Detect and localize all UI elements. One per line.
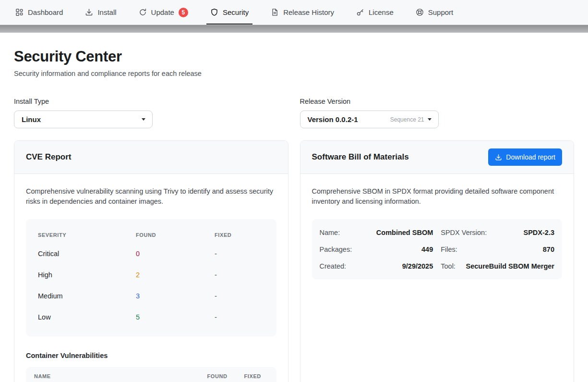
cve-report-body: Comprehensive vulnerability scanning usi… <box>14 174 288 382</box>
fixed-count: - <box>215 271 265 279</box>
found-count: 0 <box>136 250 215 258</box>
download-icon <box>85 8 93 16</box>
severity-name: Critical <box>38 250 136 258</box>
severity-column-header: Severity <box>38 232 136 238</box>
install-type-label: Install Type <box>14 98 288 105</box>
table-row: Low 5 - <box>38 307 265 328</box>
file-text-icon <box>271 8 279 16</box>
table-row: High 2 - <box>38 264 265 285</box>
nav-item-release-history[interactable]: Release History <box>270 0 335 25</box>
nav-item-security[interactable]: Security <box>209 0 250 25</box>
sbom-packages-field: Packages: 449 <box>320 241 433 258</box>
chevron-down-icon <box>428 118 432 121</box>
sbom-name-field: Name: Combined SBOM <box>320 224 433 241</box>
table-row: Created: 9/29/2025 Tool: SecureBuild SBO… <box>320 258 555 274</box>
top-nav: Dashboard Install Update 5 <box>0 0 588 25</box>
page-title: Security Center <box>14 48 574 65</box>
install-type-value: Linux <box>22 115 142 123</box>
table-row: Name: Combined SBOM SPDX Version: SPDX-2… <box>320 224 555 241</box>
shield-icon <box>210 8 218 16</box>
cve-report-description: Comprehensive vulnerability scanning usi… <box>26 186 276 207</box>
field-label: Tool: <box>441 262 456 270</box>
severity-table: Severity Found Fixed Critical 0 - High 2 <box>26 219 276 336</box>
sbom-details: Name: Combined SBOM SPDX Version: SPDX-2… <box>312 219 563 279</box>
cve-report-header: CVE Report <box>14 141 288 174</box>
download-report-label: Download report <box>506 153 555 161</box>
cve-report-title: CVE Report <box>26 152 71 162</box>
refresh-icon <box>139 8 147 16</box>
severity-table-header: Severity Found Fixed <box>38 227 265 243</box>
grid-icon <box>15 8 24 16</box>
nav-item-license[interactable]: License <box>355 0 395 25</box>
table-row: Critical 0 - <box>38 243 265 264</box>
field-label: Created: <box>320 262 347 270</box>
release-version-label: Release Version <box>300 98 575 105</box>
nav-label: License <box>369 8 394 16</box>
name-column-header: Name <box>34 373 207 379</box>
field-value: SPDX-2.3 <box>524 229 554 236</box>
fixed-count: - <box>215 292 265 300</box>
sbom-card: Software Bill of Materials Download repo… <box>300 140 575 382</box>
field-label: Files: <box>441 246 457 253</box>
update-count-badge: 5 <box>179 8 188 17</box>
nav-label: Update <box>151 8 174 16</box>
life-ring-icon <box>416 8 424 16</box>
nav-item-support[interactable]: Support <box>415 0 455 25</box>
download-report-button[interactable]: Download report <box>488 148 562 166</box>
sbom-created-field: Created: 9/29/2025 <box>320 258 433 274</box>
severity-name: Medium <box>38 292 136 300</box>
download-icon <box>495 154 502 161</box>
field-label: SPDX Version: <box>441 229 487 236</box>
security-center-page: Dashboard Install Update 5 <box>0 0 588 382</box>
sbom-title: Software Bill of Materials <box>312 152 409 162</box>
nav-item-update[interactable]: Update 5 <box>138 0 189 25</box>
found-count: 3 <box>136 292 215 300</box>
field-value: SecureBuild SBOM Merger <box>466 262 554 270</box>
sbom-files-field: Files: 870 <box>441 241 554 258</box>
nav-label: Release History <box>283 8 334 16</box>
nav-item-dashboard[interactable]: Dashboard <box>14 0 64 25</box>
install-type-filter: Install Type Linux <box>14 98 288 128</box>
cards-row: CVE Report Comprehensive vulnerability s… <box>14 140 574 382</box>
page-subtitle: Security information and compliance repo… <box>14 70 574 77</box>
table-row: Medium 3 - <box>38 285 265 307</box>
sbom-body: Comprehensive SBOM in SPDX format provid… <box>300 174 574 291</box>
release-version-select[interactable]: Version 0.0.2-1 Sequence 21 <box>300 111 439 128</box>
fixed-count: - <box>215 313 265 321</box>
found-count: 5 <box>136 313 215 321</box>
nav-label: Install <box>97 8 116 16</box>
nav-label: Security <box>223 8 249 16</box>
found-count: 2 <box>136 271 215 279</box>
severity-name: Low <box>38 313 136 321</box>
nav-label: Support <box>428 8 454 16</box>
fixed-column-header: Fixed <box>215 232 265 238</box>
field-label: Packages: <box>320 246 352 253</box>
nav-label: Dashboard <box>28 8 63 16</box>
install-type-select[interactable]: Linux <box>14 111 153 128</box>
table-row: Packages: 449 Files: 870 <box>320 241 555 258</box>
container-vulnerabilities-title: Container Vulnerabilities <box>26 352 276 359</box>
field-value: 449 <box>421 246 433 253</box>
field-value: 9/29/2025 <box>402 262 433 270</box>
sbom-spdx-version-field: SPDX Version: SPDX-2.3 <box>441 224 554 241</box>
found-column-header: Found <box>136 232 215 238</box>
key-icon <box>356 8 364 16</box>
filters-row: Install Type Linux Release Version Versi… <box>14 98 574 128</box>
release-version-value: Version 0.0.2-1 <box>308 115 390 123</box>
cve-report-card: CVE Report Comprehensive vulnerability s… <box>14 140 288 382</box>
chevron-down-icon <box>142 118 145 121</box>
nav-item-install[interactable]: Install <box>84 0 117 25</box>
field-value: Combined SBOM <box>376 229 433 236</box>
field-value: 870 <box>543 246 554 253</box>
sbom-header: Software Bill of Materials Download repo… <box>300 141 574 174</box>
sbom-tool-field: Tool: SecureBuild SBOM Merger <box>441 258 554 274</box>
container-table-header: Name Found Fixed <box>26 367 276 382</box>
release-version-filter: Release Version Version 0.0.2-1 Sequence… <box>300 98 575 128</box>
found-column-header: Found <box>207 373 244 379</box>
fixed-count: - <box>215 250 265 258</box>
field-label: Name: <box>320 229 340 236</box>
sbom-description: Comprehensive SBOM in SPDX format provid… <box>312 186 562 207</box>
severity-name: High <box>38 271 136 279</box>
main-content: Security Center Security information and… <box>0 33 588 382</box>
release-sequence-label: Sequence 21 <box>390 116 424 123</box>
